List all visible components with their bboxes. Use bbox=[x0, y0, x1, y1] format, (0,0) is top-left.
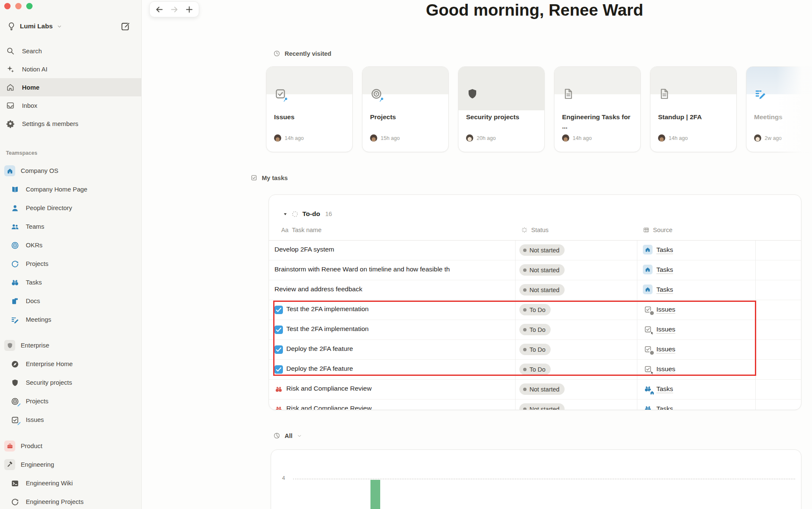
new-tab-button[interactable] bbox=[185, 5, 194, 14]
recent-card-issues[interactable]: Issues14h ago bbox=[266, 66, 353, 152]
status-dot-icon bbox=[523, 328, 527, 331]
sidebar-item-tasks[interactable]: Tasks bbox=[0, 273, 141, 292]
task-name-link[interactable]: Brainstorm with Renee Ward on timeline a… bbox=[274, 265, 450, 273]
table-header-row: AaTask nameStatusSource bbox=[269, 227, 801, 240]
status-pill[interactable]: To Do bbox=[519, 304, 551, 315]
sidebar-item-engineering-projects[interactable]: Engineering Projects bbox=[0, 493, 141, 509]
sidebar-item-security-projects[interactable]: Security projects bbox=[0, 373, 141, 392]
source-link[interactable]: Tasks bbox=[643, 245, 673, 254]
source-link[interactable]: Issues bbox=[643, 364, 675, 374]
task-row[interactable]: Develop 2FA systemNot startedTasks bbox=[269, 241, 801, 260]
task-row[interactable]: Risk and Compliance ReviewNot startedTas… bbox=[269, 380, 801, 400]
sidebar-item-company-os[interactable]: Company OS bbox=[0, 161, 141, 180]
sidebar-item-engineering[interactable]: Engineering bbox=[0, 455, 141, 474]
minimize-button[interactable] bbox=[15, 3, 22, 9]
triangle-down-icon bbox=[283, 212, 288, 216]
sidebar-item-search[interactable]: Search bbox=[0, 42, 141, 60]
recent-card-engineering-tasks-for[interactable]: Engineering Tasks for ...14h ago bbox=[554, 66, 641, 152]
forward-button[interactable] bbox=[170, 5, 179, 14]
pushpin-icon bbox=[283, 97, 288, 102]
task-checkbox[interactable] bbox=[274, 365, 283, 374]
sidebar-item-home[interactable]: Home bbox=[0, 78, 141, 96]
task-checkbox[interactable] bbox=[274, 345, 283, 354]
back-button[interactable] bbox=[155, 5, 164, 14]
sidebar-item-enterprise[interactable]: Enterprise bbox=[0, 336, 141, 355]
task-checkbox[interactable] bbox=[274, 306, 283, 314]
task-row[interactable]: Review and address feedbackNot startedTa… bbox=[269, 280, 801, 300]
column-header-source[interactable]: Source bbox=[643, 227, 672, 233]
task-row[interactable]: Test the 2FA implementationTo DoIssues bbox=[269, 320, 801, 340]
chart-filter[interactable]: All bbox=[273, 432, 302, 439]
task-row[interactable]: Risk and Compliance ReviewNot startedTas… bbox=[269, 400, 801, 410]
recent-card-standup-2fa[interactable]: Standup | 2FA14h ago bbox=[650, 66, 737, 152]
sidebar-item-settings-members[interactable]: Settings & members bbox=[0, 115, 141, 133]
source-link[interactable]: Tasks bbox=[643, 265, 673, 274]
zoom-button[interactable] bbox=[26, 3, 33, 9]
status-pill[interactable]: Not started bbox=[519, 403, 565, 410]
source-label: Tasks bbox=[656, 286, 673, 293]
task-name-link[interactable]: Risk and Compliance Review bbox=[286, 385, 372, 392]
task-name-link[interactable]: Risk and Compliance Review bbox=[286, 405, 372, 410]
sidebar-item-issues[interactable]: Issues bbox=[0, 410, 141, 429]
status-pill[interactable]: Not started bbox=[519, 383, 565, 395]
status-pill[interactable]: Not started bbox=[519, 244, 565, 256]
sidebar-item-teams[interactable]: Teams bbox=[0, 217, 141, 236]
todo-group-header[interactable]: To-do 16 bbox=[283, 209, 332, 219]
sidebar-item-inbox[interactable]: Inbox bbox=[0, 96, 141, 115]
sidebar-item-company-home-page[interactable]: Company Home Page bbox=[0, 180, 141, 199]
task-name-link[interactable]: Test the 2FA implementation bbox=[286, 305, 369, 313]
sidebar-item-engineering-wiki[interactable]: Engineering Wiki bbox=[0, 474, 141, 493]
target-icon bbox=[11, 397, 19, 406]
task-row[interactable]: Brainstorm with Renee Ward on timeline a… bbox=[269, 260, 801, 280]
column-header-task-name[interactable]: AaTask name bbox=[281, 227, 321, 233]
sidebar-item-okrs[interactable]: OKRs bbox=[0, 236, 141, 254]
source-link[interactable]: Issues bbox=[643, 344, 675, 354]
sidebar-item-docs[interactable]: Docs bbox=[0, 292, 141, 310]
source-link[interactable]: Tasks bbox=[643, 285, 673, 294]
source-link[interactable]: Tasks bbox=[643, 404, 673, 410]
card-title: Engineering Tasks for ... bbox=[562, 112, 635, 131]
status-pill[interactable]: To Do bbox=[519, 364, 551, 375]
recent-card-projects[interactable]: Projects15h ago bbox=[362, 66, 449, 152]
task-row[interactable]: Deploy the 2FA featureTo DoIssues bbox=[269, 340, 801, 360]
binoculars-icon bbox=[274, 385, 283, 394]
sidebar-item-meetings[interactable]: Meetings bbox=[0, 310, 141, 329]
avatar bbox=[562, 134, 569, 142]
task-row[interactable]: Deploy the 2FA featureTo DoIssues bbox=[269, 360, 801, 380]
sidebar-item-projects[interactable]: Projects bbox=[0, 254, 141, 273]
sidebar-item-notion-ai[interactable]: Notion AI bbox=[0, 60, 141, 78]
sidebar-item-enterprise-home[interactable]: Enterprise Home bbox=[0, 355, 141, 373]
sidebar-item-projects[interactable]: Projects bbox=[0, 392, 141, 410]
task-name-link[interactable]: Deploy the 2FA feature bbox=[286, 365, 353, 372]
task-name-link[interactable]: Develop 2FA system bbox=[274, 246, 334, 253]
source-link[interactable]: Issues bbox=[643, 304, 675, 314]
issues-database-icon bbox=[643, 324, 653, 334]
task-checkbox[interactable] bbox=[274, 326, 283, 334]
sidebar-item-people-directory[interactable]: People Directory bbox=[0, 199, 141, 217]
workspace-switcher[interactable]: Lumi Labs bbox=[4, 19, 65, 34]
status-pill[interactable]: Not started bbox=[519, 264, 565, 276]
home-icon bbox=[6, 83, 15, 92]
task-name-link[interactable]: Review and address feedback bbox=[274, 285, 362, 293]
column-header-status[interactable]: Status bbox=[521, 227, 549, 233]
avatar bbox=[754, 134, 761, 142]
column-header-label: Status bbox=[531, 227, 549, 233]
source-link[interactable]: Tasks bbox=[643, 384, 673, 394]
avatar bbox=[466, 134, 473, 142]
card-timestamp: 14h ago bbox=[573, 135, 592, 141]
recent-card-security-projects[interactable]: Security projects20h ago bbox=[458, 66, 545, 152]
task-row[interactable]: Test the 2FA implementationTo DoIssues bbox=[269, 300, 801, 320]
status-pill[interactable]: Not started bbox=[519, 284, 565, 296]
document-icon bbox=[658, 88, 671, 100]
docs-icon bbox=[11, 297, 19, 306]
source-link[interactable]: Issues bbox=[643, 324, 675, 334]
task-name-link[interactable]: Test the 2FA implementation bbox=[286, 325, 369, 333]
new-page-button[interactable] bbox=[121, 21, 131, 32]
source-label: Tasks bbox=[656, 266, 673, 274]
hammer-icon bbox=[4, 459, 15, 470]
task-name-link[interactable]: Deploy the 2FA feature bbox=[286, 345, 353, 353]
status-pill[interactable]: To Do bbox=[519, 324, 551, 335]
status-pill[interactable]: To Do bbox=[519, 344, 551, 355]
sidebar-item-product[interactable]: Product bbox=[0, 437, 141, 455]
close-button[interactable] bbox=[4, 3, 11, 9]
